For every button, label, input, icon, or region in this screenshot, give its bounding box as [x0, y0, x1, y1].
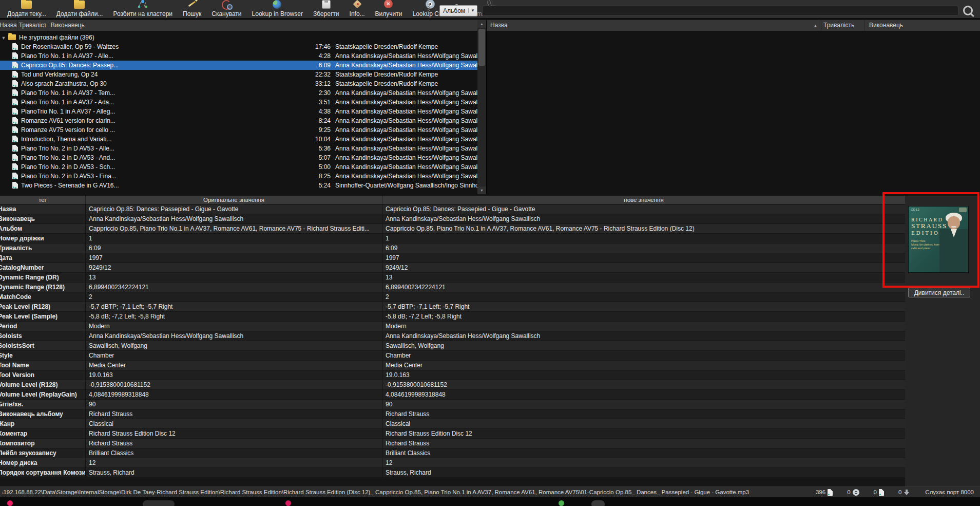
toolbar-button-label: Сканувати	[212, 11, 241, 17]
metadata-row[interactable]: Порядок сортування КомозиторівStrauss, R…	[0, 468, 905, 478]
taskbar-app-icon[interactable]	[7, 500, 13, 506]
file-row[interactable]: Piano Trio No. 2 in D AV53 - Alle...5:36…	[0, 144, 477, 153]
column-header-title[interactable]: Назва ▲	[487, 20, 821, 31]
audio-file-icon	[12, 126, 18, 133]
metadata-row[interactable]: StyleChamberChamber	[0, 351, 905, 361]
metadata-row[interactable]: Peak Level (Sample)-5,8 dB; -7,2 Left; -…	[0, 312, 905, 322]
toolbar-button[interactable]: Lookup in Browser ▼	[247, 0, 308, 19]
metadata-row[interactable]: Лейбл звукозаписуBrilliant ClassicsBrill…	[0, 448, 905, 458]
file-row[interactable]: Piano Trio No. 1 in A AV37 - Ada...3:51A…	[0, 98, 477, 107]
cluster-folder-row[interactable]: ▼Не згуртовані файли (396)	[0, 33, 477, 42]
toolbar-button[interactable]: Сканувати ▼	[206, 0, 246, 19]
tag-name: SoloistsSort	[0, 341, 86, 350]
file-row[interactable]: Piano Trio No. 1 in A AV37 - Tem...2:30A…	[0, 88, 477, 98]
new-value: Richard Strauss	[382, 409, 905, 419]
expander-icon[interactable]: ▼	[0, 33, 7, 43]
column-header-original-value[interactable]: Оригінальне значення	[86, 196, 382, 204]
scroll-up-icon[interactable]: ▲	[477, 20, 486, 28]
metadata-row[interactable]: MatchCode22	[0, 292, 905, 302]
audio-file-icon	[12, 154, 18, 161]
file-row[interactable]: Piano Trio No. 2 in D AV53 - Sch...5:00A…	[0, 162, 477, 172]
scrollbar-thumb[interactable]	[478, 29, 485, 66]
metadata-row[interactable]: ВиконавецьAnna Kandinskaya/Sebastian Hes…	[0, 214, 905, 224]
metadata-row[interactable]: ЖанрClassicalClassical	[0, 419, 905, 429]
new-value: Media Center	[382, 361, 905, 370]
column-header-duration[interactable]: Тривалість	[821, 20, 864, 31]
metadata-row[interactable]: Peak Level (R128)-5,7 dBTP; -7,1 Left; -…	[0, 302, 905, 312]
cover-details-button[interactable]: Дивитися деталі..	[908, 288, 970, 297]
column-header-duration[interactable]: Тривалість	[17, 20, 46, 31]
new-value: Strauss, Richard	[382, 468, 905, 477]
search-input[interactable]	[482, 6, 958, 16]
file-artist: Anna Kandinskaya/Sebastian Hess/Wolfgang…	[331, 98, 477, 107]
metadata-row[interactable]: Номер доріжки11	[0, 234, 905, 243]
taskbar-app-icon[interactable]	[285, 500, 291, 506]
column-header-artist[interactable]: Виконавець	[46, 20, 477, 31]
metadata-row[interactable]: Volume Level (ReplayGain)4,0846199989318…	[0, 390, 905, 400]
file-row[interactable]: Two Pieces - Serenade in G AV16...5:24Si…	[0, 181, 477, 190]
metadata-pane: тег Оригінальне значення нове значення Н…	[0, 196, 980, 486]
taskbar-pill[interactable]	[143, 500, 175, 506]
metadata-row[interactable]: Dynamic Range (R128)6,89940023422241216,…	[0, 283, 905, 292]
file-list: ▼Не згуртовані файли (396) Der Rosenkava…	[0, 31, 477, 194]
metadata-row[interactable]: SoloistsAnna Kandinskaya/Sebastian Hess/…	[0, 331, 905, 341]
original-value: 4,0846199989318848	[86, 390, 382, 399]
original-value: -5,8 dB; -7,2 Left; -5,8 Right	[86, 312, 382, 321]
file-duration: 3:51	[302, 98, 331, 107]
column-header-title[interactable]: Назва	[0, 20, 17, 31]
metadata-row[interactable]: SoloistsSortSawallisch, WolfgangSawallis…	[0, 341, 905, 351]
metadata-row[interactable]: КоментарRichard Strauss Edition Disc 12R…	[0, 429, 905, 439]
file-row[interactable]: Piano Trio No. 2 in D AV53 - And...5:07A…	[0, 153, 477, 162]
file-row[interactable]: Capriccio Op.85: Dances: Passep...6:09An…	[0, 61, 477, 70]
metadata-row[interactable]: Тривалість6:096:09	[0, 243, 905, 253]
metadata-row[interactable]: PeriodModernModern	[0, 322, 905, 331]
metadata-row[interactable]: Dynamic Range (DR)1313	[0, 273, 905, 283]
file-title: Piano Trio No. 2 in D AV53 - And...	[21, 153, 302, 162]
metadata-row[interactable]: CatalogNumber9249/129249/12	[0, 263, 905, 273]
scroll-down-icon[interactable]: ▼	[477, 186, 486, 194]
file-row[interactable]: Also sprach Zarathustra, Op 3033:12Staat…	[0, 79, 477, 88]
taskbar-pill[interactable]	[591, 500, 605, 506]
toolbar-button[interactable]: Вилучити ▼	[370, 0, 408, 19]
column-header-new-value[interactable]: нове значення	[382, 196, 905, 204]
toolbar-button[interactable]: Пошук ▼	[178, 0, 206, 19]
new-value: Anna Kandinskaya/Sebastian Hess/Wolfgang…	[382, 331, 905, 341]
combo-arrow-icon[interactable]: ▼	[468, 8, 477, 13]
search-type-select[interactable]: Альбом ▼	[439, 5, 477, 16]
toolbar-button[interactable]: Додати файли... ▼	[51, 0, 108, 19]
column-header-tag[interactable]: тег	[0, 196, 86, 204]
column-header-artist[interactable]: Виконавець	[864, 20, 980, 31]
metadata-row[interactable]: Volume Level (R128)-0,9153800010681152-0…	[0, 380, 905, 390]
file-row[interactable]: Piano Trio No. 1 in A AV37 - Alle...4:28…	[0, 51, 477, 61]
metadata-row[interactable]: Бітів/хв.9090	[0, 400, 905, 409]
metadata-row[interactable]: КомпозиторRichard StraussRichard Strauss	[0, 439, 905, 448]
file-row[interactable]: Der Rosenkavalier, Op 59 - Waltzes17:46S…	[0, 42, 477, 51]
file-pane-scrollbar[interactable]: ▲ ▼	[477, 20, 486, 194]
file-row[interactable]: Introduction, Thema and Variati...10:04A…	[0, 135, 477, 144]
toolbar-button[interactable]: Info... ▼	[344, 0, 370, 19]
file-row[interactable]: Romanze AV61 version for clarin...8:24An…	[0, 116, 477, 125]
file-row[interactable]: PianoTrio No. 1 in A AV37 - Alleg...4:38…	[0, 107, 477, 116]
metadata-row[interactable]: АльбомCappriccio Op.85, Piano Trio No.1 …	[0, 224, 905, 234]
metadata-row[interactable]: НазваCapriccio Op.85: Dances: Passepied …	[0, 204, 905, 214]
metadata-row[interactable]: Дата19971997	[0, 253, 905, 263]
original-value: Anna Kandinskaya/Sebastian Hess/Wolfgang…	[86, 214, 382, 223]
file-duration: 17:46	[302, 42, 331, 51]
toolbar-button-label: Розбити на кластери	[113, 11, 172, 17]
new-value: Chamber	[382, 351, 905, 360]
new-value: Capriccio Op.85: Dances: Passepied - Gig…	[382, 204, 905, 214]
metadata-row[interactable]: Виконавець альбомуRichard StraussRichard…	[0, 409, 905, 419]
file-row[interactable]: Tod und Verklaerung, Op 2422:32Staatskap…	[0, 70, 477, 79]
listening-port-status: Слухає порт 8000	[925, 489, 974, 495]
search-magnifier-icon[interactable]	[963, 6, 973, 15]
metadata-row[interactable]: Tool NameMedia CenterMedia Center	[0, 361, 905, 370]
file-row[interactable]: Piano Trio No. 2 in D AV53 - Fina...8:25…	[0, 172, 477, 181]
metadata-row[interactable]: Tool Version19.0.16319.0.163	[0, 370, 905, 380]
toolbar-button[interactable]: Додати теку... ▼	[2, 0, 51, 19]
metadata-row[interactable]: Номер диска1212	[0, 458, 905, 468]
file-row[interactable]: Romanze AV75 version for cello ...9:25An…	[0, 125, 477, 135]
toolbar-button[interactable]: Розбити на кластери ▼	[108, 0, 178, 19]
taskbar-app-icon[interactable]	[559, 500, 564, 506]
new-value: 9249/12	[382, 263, 905, 272]
toolbar-button[interactable]: Зберегти ▼	[308, 0, 344, 19]
